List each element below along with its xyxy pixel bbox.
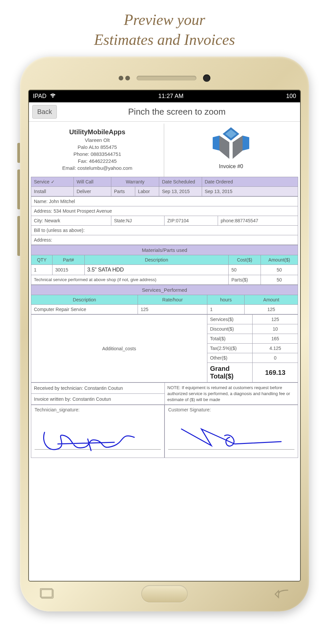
promo-headline: Preview your Estimates and Invoices <box>0 0 329 56</box>
status-bar: IPAD 11:27 AM 100 <box>29 90 300 102</box>
status-time: 11:27 AM <box>158 93 183 100</box>
back-button[interactable]: Back <box>32 105 57 119</box>
table-row: 1 30015 3.5" SATA HDD 50 50 <box>31 265 298 275</box>
company-name: UtilityMobileApps <box>32 128 163 136</box>
job-type-table: Service ✓ Will Call Warranty Date Schedu… <box>31 177 298 196</box>
additional-costs-label: Additional_costs <box>31 315 207 382</box>
table-row: Computer Repair Service 125 1 125 <box>31 305 298 314</box>
materials-table: Materials/Parts used QTY Part# Descripti… <box>31 245 298 285</box>
company-city: Palo ALto 855475 <box>32 144 163 150</box>
footer-table: Received by technician: Constantin Coutu… <box>31 382 298 405</box>
invoice-number: Invoice #0 <box>166 163 296 169</box>
grand-total-label: Grand Total($) <box>207 363 253 382</box>
page-title: Pinch the screen to zoom <box>57 107 297 117</box>
recent-apps-icon <box>40 588 55 599</box>
battery-level: 100 <box>286 93 296 100</box>
home-button <box>141 585 188 602</box>
technician-signature-icon <box>34 419 162 456</box>
company-logo-icon <box>206 126 256 162</box>
return-note: NOTE: If equipment is returned at custom… <box>164 383 298 405</box>
device-label: IPAD <box>33 93 47 100</box>
technician-signature-box: Technician_signature: <box>31 405 164 458</box>
phone-speaker <box>137 76 196 80</box>
phone-camera <box>203 74 210 82</box>
wifi-icon <box>50 93 56 99</box>
device-screen: IPAD 11:27 AM 100 Back Pinch the screen … <box>28 90 301 582</box>
back-nav-icon <box>274 588 289 599</box>
services-table: Services_Performed Description Rate/hour… <box>31 285 298 314</box>
invoice-document[interactable]: UtilityMobileApps Vlareen Olt Palo ALto … <box>29 122 300 462</box>
company-info: UtilityMobileApps Vlareen Olt Palo ALto … <box>31 124 164 177</box>
grand-total-value: 169.13 <box>253 363 298 382</box>
totals-table: Additional_costs Services($) 125 Discoun… <box>31 314 298 382</box>
customer-table: Name: John Mitchel Address: 534 Mount Pr… <box>31 196 298 245</box>
promo-line1: Preview your <box>124 11 205 28</box>
customer-signature-box: Customer Signature: <box>164 405 298 458</box>
phone-mockup: IPAD 11:27 AM 100 Back Pinch the screen … <box>20 56 309 611</box>
company-street: Vlareen Olt <box>32 137 163 143</box>
customer-signature-icon <box>167 419 295 456</box>
promo-line2: Estimates and Invoices <box>94 31 235 48</box>
